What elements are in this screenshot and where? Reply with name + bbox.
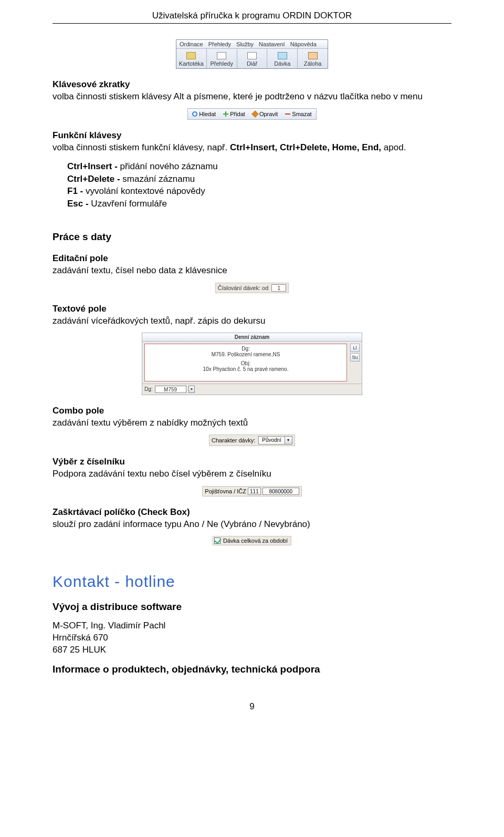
heading-editfield: Editační pole (52, 253, 452, 264)
heading-combo: Combo pole (52, 406, 452, 416)
heading-textfield: Textové pole (52, 304, 452, 314)
checkbox-label: Dávka celková za období (223, 538, 288, 544)
dg-label: Dg: (144, 386, 153, 392)
menu-item: Služby (236, 41, 254, 47)
multiline-panel-screenshot: Denní záznam Dg: M759. Poškození ramene,… (142, 333, 362, 395)
chevron-down-icon[interactable]: ▾ (188, 386, 195, 393)
chevron-down-icon[interactable]: ▾ (285, 437, 292, 444)
menu-item: Ordinace (180, 41, 203, 47)
checkbox-screenshot: Dávka celková za období (213, 536, 291, 545)
lookup-code-input[interactable]: 111 (248, 488, 261, 495)
page-header: Uživatelská příručka k programu ORDIN DO… (52, 11, 452, 24)
numeric-input[interactable]: 1 (271, 284, 286, 292)
toolbar-btn: Přehledy (207, 49, 237, 68)
panel-caption: Denní záznam (142, 333, 362, 342)
action-btn: Opravit (249, 110, 281, 118)
field-label: Číslování dávek: od (218, 285, 269, 291)
multiline-textarea[interactable]: Dg: M759. Poškození ramene,NS Obj: 10x P… (144, 344, 347, 381)
menu-item: Nastavení (259, 41, 285, 47)
text-lookup: Podpora zadávání textu nebo čísel výběre… (52, 468, 452, 480)
combo-select[interactable]: Původní ▾ (258, 436, 292, 445)
contact-line: M-SOFT, Ing. Vladimír Pachl (52, 620, 452, 632)
toolbar-btn: Diář (237, 49, 268, 68)
text-checkbox: slouží pro zadání informace typu Ano / N… (52, 519, 452, 531)
text-combo: zadávání textu výběrem z nabídky možných… (52, 417, 452, 429)
action-btn: Přidat (220, 110, 248, 118)
heading-lookup: Výběr z číselníku (52, 457, 452, 467)
fnkeys-list: Ctrl+Insert - přidání nového záznamu Ctr… (67, 160, 452, 210)
heading-info: Informace o produktech, objednávky, tech… (52, 664, 452, 675)
combo-label: Charakter dávky: (212, 437, 255, 443)
numeric-field-screenshot: Číslování dávek: od 1 (215, 283, 289, 293)
minus-icon (285, 111, 290, 117)
text-shortcuts: volba činnosti stiskem klávesy Alt a pís… (52, 91, 452, 103)
action-btn: Hledat (189, 110, 219, 118)
menu-item: Nápověda (290, 41, 317, 47)
text-fnkeys: volba činnosti stiskem funkční klávesy, … (52, 142, 452, 154)
app-toolbar-screenshot: Ordinace Přehledy Služby Nastavení Nápov… (176, 39, 328, 69)
toolbar-btn: Záloha (298, 49, 328, 68)
heading-dev: Vývoj a distribuce software (52, 601, 452, 613)
lookup-label: Pojišťovna / IČZ (205, 488, 246, 494)
toolbar-btn: Kartotéka (176, 49, 207, 68)
search-icon (192, 111, 197, 117)
plus-icon (223, 111, 228, 117)
pencil-icon (251, 110, 259, 118)
contact-line: 687 25 HLUK (52, 644, 452, 656)
heading-fnkeys: Funkční klávesy (52, 130, 452, 141)
text-editfield: zadávání textu, čísel nebo data z kláves… (52, 265, 452, 277)
dg-input[interactable]: M759 (155, 386, 186, 393)
heading-checkbox: Zaškrtávací políčko (Check Box) (52, 507, 452, 518)
action-btn: Smazat (282, 110, 314, 118)
page-number: 9 (52, 701, 452, 712)
lookup-value-input[interactable]: 80800000 (262, 488, 299, 495)
side-button[interactable]: Ll (350, 344, 360, 352)
text-textfield: zadávání víceřádkových textů, např. zápi… (52, 315, 452, 327)
menu-item: Přehledy (208, 41, 231, 47)
toolbar-btn: Dávka (267, 49, 298, 68)
checkbox-input[interactable] (214, 538, 220, 544)
side-button[interactable]: Su (350, 353, 360, 361)
heading-data: Práce s daty (52, 231, 452, 243)
combo-screenshot: Charakter dávky: Původní ▾ (209, 435, 295, 446)
heading-shortcuts: Klávesové zkratky (52, 79, 452, 90)
lookup-screenshot: Pojišťovna / IČZ 111 80800000 (202, 486, 301, 497)
contact-line: Hrnčířská 670 (52, 632, 452, 644)
heading-contact: Kontakt - hotline (52, 573, 452, 591)
actionbar-screenshot: Hledat Přidat Opravit Smazat (187, 108, 316, 120)
